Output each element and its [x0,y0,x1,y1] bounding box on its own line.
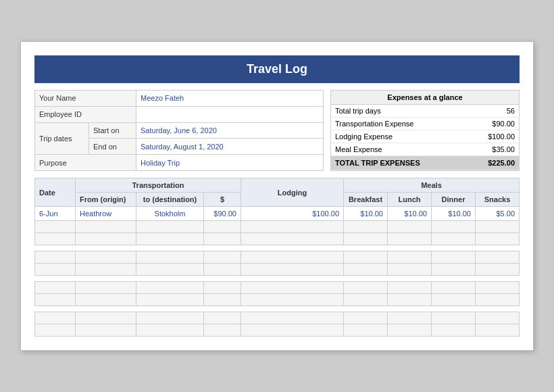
expenses-title: Expenses at a glance [331,91,519,105]
log-empty-row [35,221,520,233]
empty-cell [241,251,344,264]
empty-cell [76,221,136,233]
expenses-box: Expenses at a glance Total trip days 56 … [330,90,520,171]
expense-total-row: TOTAL TRIP EXPENSES $225.00 [331,156,519,170]
purpose-label: Purpose [35,155,136,171]
log-empty-row [35,233,520,245]
empty-cell [476,233,520,245]
empty-cell [204,233,241,245]
gap-row [35,245,520,251]
empty-cell [136,264,204,276]
empty-cell [344,294,388,306]
empty-cell [388,312,432,324]
empty-cell [476,282,520,294]
expense-row-3: Meal Expense $35.00 [331,143,519,156]
info-table: Your Name Meezo Fateh Employee ID Trip d… [34,90,324,171]
empty-cell [136,324,204,337]
empty-cell [388,294,432,306]
empty-cell [476,264,520,276]
top-section: Your Name Meezo Fateh Employee ID Trip d… [34,90,520,171]
empty-cell [241,282,344,294]
empty-cell [241,294,344,306]
empty-cell [432,264,476,276]
log-empty-row [35,264,520,276]
log-empty-row [35,312,520,324]
end-on-value: Saturday, August 1, 2020 [136,139,324,155]
empty-cell [76,312,136,324]
expense-value-3: $35.00 [468,143,519,156]
cell-trans-0: $90.00 [204,207,241,221]
empty-cell [76,324,136,337]
empty-cell [432,233,476,245]
expense-label-0: Total trip days [331,105,468,118]
empty-cell [432,282,476,294]
cell-snacks-0: $5.00 [476,207,520,221]
empty-cell [204,264,241,276]
empty-cell [388,233,432,245]
empty-cell [35,233,76,245]
empty-cell [76,294,136,306]
empty-cell [388,251,432,264]
empty-cell [344,312,388,324]
empty-cell [35,282,76,294]
empty-cell [344,221,388,233]
empty-cell [432,312,476,324]
expense-label-1: Transportation Expense [331,118,468,130]
empty-cell [76,264,136,276]
empty-cell [136,221,204,233]
empty-cell [344,233,388,245]
group-transportation: Transportation [76,178,241,193]
empty-cell [476,251,520,264]
employee-id-row: Employee ID [35,106,324,122]
log-empty-row [35,282,520,294]
log-table: Date Transportation Lodging Meals From (… [34,178,520,337]
empty-cell [35,312,76,324]
expense-row-2: Lodging Expense $100.00 [331,130,519,143]
cell-breakfast-0: $10.00 [344,207,388,221]
empty-cell [241,233,344,245]
purpose-row: Purpose Holiday Trip [35,155,324,171]
your-name-value: Meezo Fateh [136,91,324,107]
empty-cell [432,294,476,306]
gap-row [35,306,520,312]
empty-cell [432,251,476,264]
expense-label-2: Lodging Expense [331,130,468,143]
log-empty-row [35,294,520,306]
your-name-label: Your Name [35,91,136,107]
log-empty-row [35,324,520,337]
empty-cell [136,312,204,324]
empty-cell [388,324,432,337]
cell-lunch-0: $10.00 [388,207,432,221]
gap-cell [35,276,520,282]
start-on-label: Start on [89,122,136,139]
empty-cell [204,221,241,233]
empty-cell [204,251,241,264]
group-meals: Meals [344,178,520,193]
expense-label-3: Meal Expense [331,143,468,156]
start-on-value: Saturday, June 6, 2020 [136,122,324,139]
expense-value-2: $100.00 [468,130,519,143]
cell-to-0: Stokholm [136,207,204,221]
gap-row [35,276,520,282]
empty-cell [35,294,76,306]
expenses-table: Total trip days 56 Transportation Expens… [331,105,519,170]
employee-id-label: Employee ID [35,106,136,122]
empty-cell [476,221,520,233]
empty-cell [344,264,388,276]
col-lodging-group: Lodging [241,178,344,207]
col-to: to (destination) [136,193,204,207]
expense-row-1: Transportation Expense $90.00 [331,118,519,130]
empty-cell [76,251,136,264]
empty-cell [476,294,520,306]
empty-cell [204,294,241,306]
col-date: Date [35,178,76,207]
log-data-row-0: 6-Jun Heathrow Stokholm $90.00 $100.00 $… [35,207,520,221]
empty-cell [241,324,344,337]
col-breakfast: Breakfast [344,193,388,207]
start-date-row: Trip dates Start on Saturday, June 6, 20… [35,122,324,139]
empty-cell [241,264,344,276]
log-empty-row [35,251,520,264]
empty-cell [476,324,520,337]
empty-cell [136,294,204,306]
gap-cell [35,306,520,312]
